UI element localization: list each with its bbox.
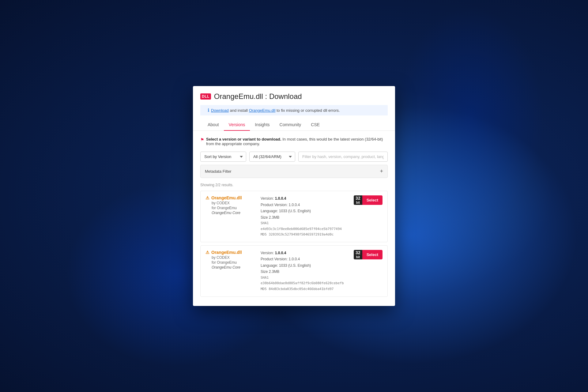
result-size-1: 2.3MB (269, 215, 280, 220)
result-version-val-1: 1.0.0.4 (275, 196, 286, 201)
tab-about[interactable]: About (208, 119, 224, 131)
combined-badge-2: 32 bit Select (354, 250, 383, 259)
result-size-2: 2.3MB (269, 270, 280, 274)
result-by-2: by CODEX (212, 255, 258, 260)
combined-badge-1: 32 bit Select (354, 195, 383, 205)
info-bar: ℹ Download and install OrangeEmu.dll to … (200, 105, 388, 115)
window-header: DLL OrangeEmu.dll : Download ℹ Download … (193, 86, 395, 131)
result-prod-ver-2: 1.0.0.4 (288, 257, 300, 261)
result-prod-ver-row-2: Product Version: 1.0.0.4 (261, 256, 351, 262)
main-window: DLL OrangeEmu.dll : Download ℹ Download … (193, 86, 395, 306)
results-count: Showing 2/2 results. (200, 183, 388, 187)
bit-label-1: bit (356, 201, 360, 205)
result-for-2: for OrangeEmu (212, 260, 258, 265)
result-product-1: OrangeEmu Core (212, 211, 258, 215)
tab-cse[interactable]: CSE (306, 119, 325, 131)
warning-icon-2: ⚠ (205, 250, 209, 255)
result-version-row-2: Version: 1.0.0.4 (261, 250, 351, 256)
result-lang-1: 1033 (U.S. English) (279, 209, 311, 213)
result-lang-row-1: Language: 1033 (U.S. English) (261, 208, 351, 214)
result-filename-1: ⚠ OrangeEmu.dll (205, 195, 258, 200)
dll-badge: DLL (200, 93, 211, 100)
result-item-1: ⚠ OrangeEmu.dll by CODEX for OrangeEmu O… (200, 191, 388, 242)
result-sha1-2: e30b64b00dae0d805aff82f9c6b080fe620cebef… (261, 281, 344, 285)
result-for-1: for OrangeEmu (212, 206, 258, 210)
result-md5-row-1: MD5 3203919c5279498f50465972919a4d0c (261, 232, 351, 238)
result-meta-2: Version: 1.0.0.4 Product Version: 1.0.0.… (261, 250, 351, 292)
result-lang-row-2: Language: 1033 (U.S. English) (261, 262, 351, 269)
result-sha1-row-1: SHA1 e4d93c3c1f8ee8eb006d685e97f04ce5b79… (261, 221, 351, 232)
bit-number-2: 32 (356, 250, 360, 255)
bit-label-2: bit (356, 255, 360, 259)
result-lang-2: 1033 (U.S. English) (279, 263, 311, 268)
result-by-1: by CODEX (212, 201, 258, 205)
metadata-filter-label: Metadata Filter (205, 169, 232, 174)
tab-insights[interactable]: Insights (250, 119, 274, 131)
result-sha1-1: e4d93c3c1f8ee8eb006d685e97f04ce5b7977494 (261, 227, 342, 231)
result-prod-ver-row-1: Product Version: 1.0.0.4 (261, 202, 351, 208)
result-filename-2: ⚠ OrangeEmu.dll (205, 250, 258, 255)
result-left-2: ⚠ OrangeEmu.dll by CODEX for OrangeEmu O… (205, 250, 258, 270)
result-size-row-2: Size 2.3MB (261, 269, 351, 275)
info-icon: ℹ (208, 107, 209, 113)
page-title: OrangeEmu.dll : Download (214, 92, 302, 101)
select-area-2: 32 bit Select (354, 250, 383, 259)
result-version-val-2: 1.0.0.4 (275, 251, 286, 255)
metadata-filter-plus-icon: + (380, 168, 383, 175)
filename-text-1: OrangeEmu.dll (211, 195, 242, 200)
bit-number-1: 32 (356, 196, 360, 201)
select-button-1[interactable]: Select (362, 195, 383, 205)
tabs-bar: About Versions Insights Community CSE (200, 119, 388, 130)
title-row: DLL OrangeEmu.dll : Download (200, 92, 388, 101)
result-md5-row-2: MD5 84d83cbda035dbc05dc466bba41bfd97 (261, 286, 351, 292)
bit-badge-2: 32 bit (354, 250, 362, 259)
filters-row: Sort by Version Sort by Date Sort by Siz… (200, 152, 388, 162)
result-size-row-1: Size 2.3MB (261, 214, 351, 221)
search-input[interactable] (298, 152, 388, 162)
result-meta-1: Version: 1.0.0.4 Product Version: 1.0.0.… (261, 195, 351, 238)
hint-text: Select a version or variant to download.… (206, 137, 388, 146)
result-left-1: ⚠ OrangeEmu.dll by CODEX for OrangeEmu O… (205, 195, 258, 215)
result-md5-2: 84d83cbda035dbc05dc466bba41bfd97 (269, 287, 334, 291)
tab-community[interactable]: Community (275, 119, 306, 131)
select-button-2[interactable]: Select (362, 250, 383, 259)
result-md5-1: 3203919c5279498f50465972919a4d0c (269, 232, 334, 236)
version-hint: ⚑ Select a version or variant to downloa… (200, 137, 388, 146)
result-version-row-1: Version: 1.0.0.4 (261, 195, 351, 202)
result-product-2: OrangeEmu Core (212, 265, 258, 270)
hint-bold: Select a version or variant to download. (206, 137, 281, 141)
result-item-2: ⚠ OrangeEmu.dll by CODEX for OrangeEmu O… (200, 245, 388, 297)
arch-select[interactable]: All (32/64/ARM) 32-bit only 64-bit only … (249, 152, 295, 162)
result-prod-ver-1: 1.0.0.4 (288, 203, 300, 207)
info-text-middle: and install (230, 108, 248, 113)
info-text-end: to fix missing or corrupted dll errors. (277, 108, 340, 113)
info-text: Download and install OrangeEmu.dll to fi… (211, 108, 340, 113)
warning-icon-1: ⚠ (205, 195, 209, 200)
tab-versions[interactable]: Versions (224, 119, 250, 131)
hint-icon: ⚑ (200, 137, 204, 142)
result-sha1-row-2: SHA1 e30b64b00dae0d805aff82f9c6b080fe620… (261, 275, 351, 286)
metadata-filter-bar[interactable]: Metadata Filter + (200, 165, 388, 178)
bit-badge-1: 32 bit (354, 195, 362, 205)
filename-link[interactable]: OrangeEmu.dll (249, 108, 276, 113)
select-area-1: 32 bit Select (354, 195, 383, 205)
content-area: ⚑ Select a version or variant to downloa… (193, 131, 395, 306)
download-link[interactable]: Download (211, 108, 229, 113)
filename-text-2: OrangeEmu.dll (211, 250, 242, 255)
sort-select[interactable]: Sort by Version Sort by Date Sort by Siz… (200, 152, 246, 162)
